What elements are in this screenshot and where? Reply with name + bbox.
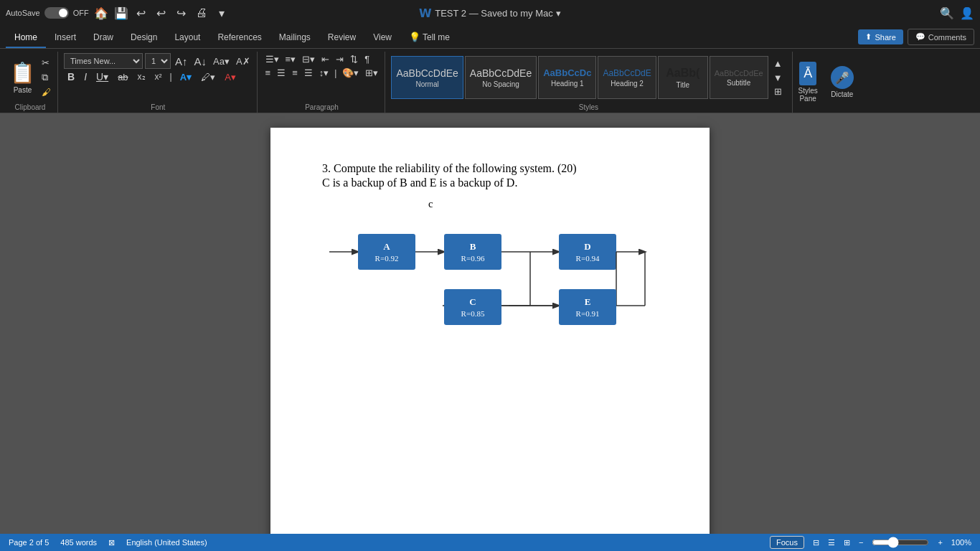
style-title[interactable]: AaBb( Title <box>658 56 708 99</box>
page-info: Page 2 of 5 <box>9 538 49 547</box>
ribbon-group-clipboard: 📋 Paste ✂ ⧉ 🖌 Clipboard <box>3 52 58 113</box>
paragraph-label: Paragraph <box>305 103 339 111</box>
home-icon[interactable]: 🏠 <box>93 6 109 20</box>
focus-button[interactable]: Focus <box>770 536 804 549</box>
svg-text:C: C <box>469 296 476 307</box>
svg-text:A: A <box>383 241 390 252</box>
tab-tell-me[interactable]: 💡 Tell me <box>400 27 458 48</box>
tab-review[interactable]: Review <box>319 28 364 48</box>
title-bar-icons: 🏠 💾 ↩ ↩ ↪ 🖨 ▾ <box>93 6 230 20</box>
italic-button[interactable]: I <box>80 70 90 83</box>
style-h2-label: Heading 2 <box>611 80 644 88</box>
style-subtitle[interactable]: AaBbCcDdEe Subtitle <box>710 56 768 99</box>
profile-icon[interactable]: 👤 <box>960 6 974 20</box>
title-center: 𝗪 TEST 2 — Saved to my Mac ▾ <box>251 6 730 20</box>
svg-rect-1 <box>358 234 415 270</box>
layout-icon2[interactable]: ☰ <box>828 538 835 547</box>
tab-design[interactable]: Design <box>122 28 166 48</box>
reliability-diagram: A R=0.92 B R=0.96 C R=0.85 <box>322 198 652 349</box>
style-normal[interactable]: AaBbCcDdEe Normal <box>391 56 463 99</box>
increase-indent-button[interactable]: ⇥ <box>334 53 346 65</box>
zoom-slider[interactable] <box>872 537 929 548</box>
subscript-button[interactable]: x₂ <box>134 71 149 83</box>
comments-button[interactable]: 💬 Comments <box>908 29 974 45</box>
bullets-button[interactable]: ☰▾ <box>263 53 281 65</box>
title-bar-left: AutoSave OFF 🏠 💾 ↩ ↩ ↪ 🖨 ▾ <box>6 6 245 20</box>
style-h1-label: Heading 1 <box>551 80 584 88</box>
styles-scroll-down[interactable]: ▼ <box>771 72 785 84</box>
save-icon[interactable]: 💾 <box>113 6 129 20</box>
font-shrink-button[interactable]: A↓ <box>192 55 209 68</box>
c-label: c <box>428 198 433 210</box>
copy-icon[interactable]: ⧉ <box>39 71 53 84</box>
font-size-select[interactable]: 12 <box>145 53 171 69</box>
font-family-select[interactable]: Times New... <box>64 53 143 69</box>
search-icon[interactable]: 🔍 <box>940 6 954 20</box>
tab-references[interactable]: References <box>209 28 270 48</box>
format-painter-icon[interactable]: 🖌 <box>39 86 53 98</box>
decrease-indent-button[interactable]: ⇤ <box>319 53 331 65</box>
autosave-toggle[interactable] <box>44 7 69 19</box>
zoom-minus-icon[interactable]: − <box>859 538 863 547</box>
borders-button[interactable]: ⊞▾ <box>363 67 380 79</box>
tab-draw[interactable]: Draw <box>85 28 122 48</box>
zoom-plus-icon[interactable]: + <box>938 538 942 547</box>
layout-icon3[interactable]: ⊞ <box>844 538 850 547</box>
toggle-knob <box>59 9 67 17</box>
undo2-icon[interactable]: ↩ <box>154 6 169 20</box>
clear-format-button[interactable]: A✗ <box>234 55 253 67</box>
undo-icon[interactable]: ↩ <box>133 6 149 20</box>
superscript-button[interactable]: x² <box>151 71 166 83</box>
style-title-preview: AaBb( <box>666 67 699 80</box>
redo-icon[interactable]: ↪ <box>174 6 189 20</box>
underline-button[interactable]: U▾ <box>93 70 112 83</box>
show-marks-button[interactable]: ¶ <box>362 53 372 65</box>
styles-more[interactable]: ⊞ <box>771 85 785 98</box>
text-color-button[interactable]: A▾ <box>221 71 240 83</box>
svg-text:R=0.94: R=0.94 <box>576 254 600 263</box>
highlight-button[interactable]: 🖊▾ <box>197 71 219 83</box>
share-icon: ⬆ <box>865 32 872 42</box>
style-no-spacing[interactable]: AaBbCcDdEe No Spacing <box>465 56 537 99</box>
cut-icon[interactable]: ✂ <box>39 57 53 69</box>
layout-icon1[interactable]: ⊟ <box>813 538 819 547</box>
tab-layout[interactable]: Layout <box>166 28 209 48</box>
paste-label: Paste <box>14 86 32 94</box>
tab-mailings[interactable]: Mailings <box>270 28 319 48</box>
bold-button[interactable]: B <box>64 70 78 83</box>
styles-scroll-up[interactable]: ▲ <box>771 57 785 70</box>
para-row1: ☰▾ ≡▾ ⊟▾ ⇤ ⇥ ⇅ ¶ <box>263 53 372 65</box>
svg-text:E: E <box>585 296 591 307</box>
dictate-button[interactable]: 🎤 Dictate <box>825 52 859 113</box>
align-right-button[interactable]: ≡ <box>290 67 300 79</box>
sort-button[interactable]: ⇅ <box>348 53 360 65</box>
svg-rect-16 <box>559 234 616 270</box>
tab-insert[interactable]: Insert <box>46 28 85 48</box>
font-grow-button[interactable]: A↑ <box>173 55 190 68</box>
numbering-button[interactable]: ≡▾ <box>283 53 298 65</box>
font-color-button[interactable]: A▾ <box>176 71 195 83</box>
line-spacing-button[interactable]: ↕▾ <box>317 67 331 79</box>
paste-button[interactable]: 📋 Paste <box>7 60 38 95</box>
track-changes-icon[interactable]: ⊠ <box>108 538 115 547</box>
title-dropdown-icon[interactable]: ▾ <box>556 8 561 19</box>
ribbon-group-styles: AaBbCcDdEe Normal AaBbCcDdEe No Spacing … <box>387 52 790 113</box>
styles-pane-button[interactable]: Ā Styles Pane <box>792 52 824 113</box>
multilevel-button[interactable]: ⊟▾ <box>300 53 317 65</box>
tab-view[interactable]: View <box>364 28 400 48</box>
justify-button[interactable]: ☰ <box>302 67 315 79</box>
print-icon[interactable]: 🖨 <box>194 6 209 19</box>
document-area: 3. Compute the reliability of the follow… <box>0 113 980 534</box>
share-button[interactable]: ⬆ Share <box>858 29 903 44</box>
more-icon[interactable]: ▾ <box>214 6 230 20</box>
ribbon-group-paragraph: ☰▾ ≡▾ ⊟▾ ⇤ ⇥ ⇅ ¶ ≡ ☰ ≡ ☰ ↕▾ | 🎨▾ ⊞▾ Para… <box>259 52 386 113</box>
align-center-button[interactable]: ☰ <box>275 67 288 79</box>
align-left-button[interactable]: ≡ <box>263 67 273 79</box>
style-heading1[interactable]: AaBbCcDc Heading 1 <box>538 56 596 99</box>
shading-button[interactable]: 🎨▾ <box>340 67 361 79</box>
style-title-label: Title <box>677 81 690 89</box>
change-case-button[interactable]: Aa▾ <box>211 55 232 67</box>
tab-home[interactable]: Home <box>6 28 46 48</box>
style-heading2[interactable]: AaBbCcDdE Heading 2 <box>598 56 656 99</box>
strikethrough-button[interactable]: ab <box>114 71 131 83</box>
